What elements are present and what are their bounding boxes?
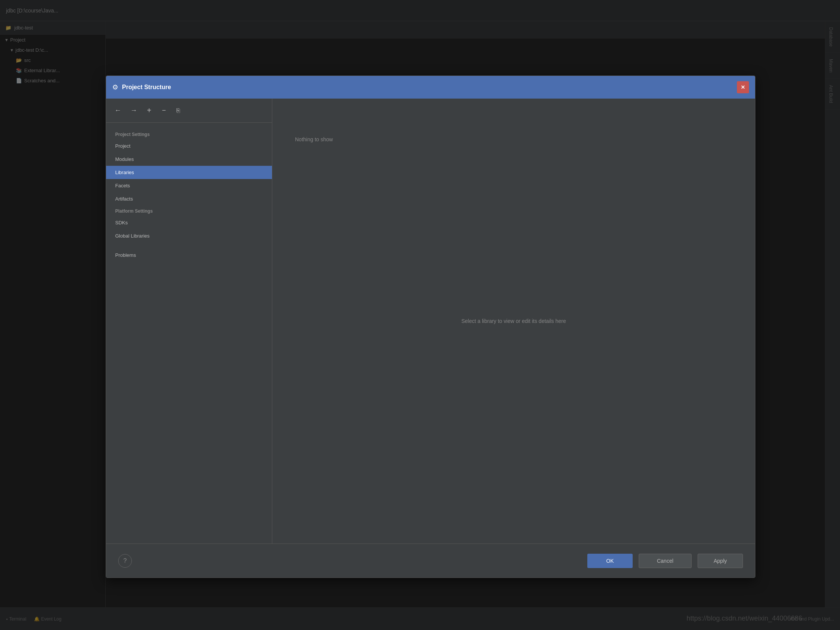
menu-item-libraries[interactable]: Libraries bbox=[106, 166, 272, 179]
dialog-title-text: Project Structure bbox=[122, 84, 737, 91]
nothing-to-show-text: Nothing to show bbox=[295, 136, 333, 142]
menu-item-project[interactable]: Project bbox=[106, 139, 272, 153]
menu-item-global-libraries[interactable]: Global Libraries bbox=[106, 229, 272, 243]
menu-item-problems[interactable]: Problems bbox=[106, 248, 272, 262]
menu-item-sdks[interactable]: SDKs bbox=[106, 216, 272, 229]
footer-left: ? bbox=[118, 554, 132, 568]
dialog-sidebar: ← → + − ⎘ Project Settings Project Modul… bbox=[106, 99, 272, 543]
sidebar-menu: Project Settings Project Modules Librari… bbox=[106, 123, 272, 543]
footer-right: OK Cancel Apply bbox=[587, 554, 743, 568]
dialog-footer: ? OK Cancel Apply bbox=[106, 543, 755, 578]
add-library-button[interactable]: + bbox=[144, 105, 155, 116]
dialog-title-icon: ⚙ bbox=[112, 83, 118, 92]
menu-item-facets[interactable]: Facets bbox=[106, 179, 272, 192]
menu-item-artifacts[interactable]: Artifacts bbox=[106, 192, 272, 205]
ok-button[interactable]: OK bbox=[587, 554, 633, 568]
menu-item-modules[interactable]: Modules bbox=[106, 153, 272, 166]
dialog-content-area: Nothing to show Select a library to view… bbox=[272, 99, 755, 543]
platform-settings-label: Platform Settings bbox=[106, 205, 272, 216]
apply-button[interactable]: Apply bbox=[698, 554, 743, 568]
remove-library-button[interactable]: − bbox=[159, 105, 169, 116]
sidebar-nav-header: ← → + − ⎘ bbox=[106, 99, 272, 123]
nav-forward-button[interactable]: → bbox=[128, 105, 139, 116]
dialog-titlebar: ⚙ Project Structure ✕ bbox=[106, 76, 755, 99]
project-settings-label: Project Settings bbox=[106, 129, 272, 139]
select-library-hint: Select a library to view or edit its det… bbox=[461, 318, 566, 324]
dialog-close-button[interactable]: ✕ bbox=[737, 81, 749, 93]
copy-library-button[interactable]: ⎘ bbox=[174, 106, 183, 115]
project-structure-dialog: ⚙ Project Structure ✕ ← → + − ⎘ Project … bbox=[106, 76, 755, 578]
help-button[interactable]: ? bbox=[118, 554, 132, 568]
nav-back-button[interactable]: ← bbox=[112, 105, 123, 116]
dialog-body: ← → + − ⎘ Project Settings Project Modul… bbox=[106, 99, 755, 543]
cancel-button[interactable]: Cancel bbox=[639, 554, 692, 568]
content-area: Select a library to view or edit its det… bbox=[272, 99, 755, 543]
